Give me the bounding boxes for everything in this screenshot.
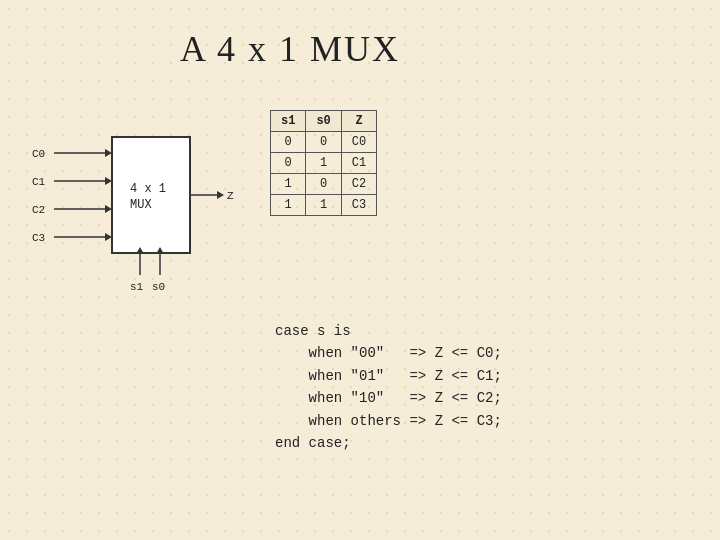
table-row: 11C3 [271,195,377,216]
table-row: 10C2 [271,174,377,195]
table-cell: 0 [306,132,341,153]
code-block: case s is when "00" => Z <= C0; when "01… [275,320,502,454]
table-cell: 0 [306,174,341,195]
table-cell: 0 [271,153,306,174]
table-cell: C3 [341,195,376,216]
table-cell: 1 [306,195,341,216]
table-cell: C2 [341,174,376,195]
svg-text:C1: C1 [32,176,46,188]
table-cell: C0 [341,132,376,153]
svg-text:C0: C0 [32,148,45,160]
table-row: 01C1 [271,153,377,174]
table-cell: C1 [341,153,376,174]
truth-table: s1 s0 Z 00C001C110C211C3 [270,110,377,216]
col-header-s0: s0 [306,111,341,132]
col-header-z: Z [341,111,376,132]
svg-text:C3: C3 [32,232,45,244]
table-cell: 1 [306,153,341,174]
col-header-s1: s1 [271,111,306,132]
mux-diagram: C0 C1 C2 C3 4 x 1 MUX Z s1 s0 [30,105,270,305]
svg-marker-5 [105,177,112,185]
svg-marker-16 [217,191,224,199]
svg-marker-11 [105,233,112,241]
svg-text:s0: s0 [152,281,165,293]
svg-text:C2: C2 [32,204,45,216]
page-title: A 4 x 1 MUX [180,28,400,70]
svg-marker-2 [105,149,112,157]
svg-text:MUX: MUX [130,198,152,212]
svg-marker-8 [105,205,112,213]
table-row: 00C0 [271,132,377,153]
svg-text:4 x 1: 4 x 1 [130,182,166,196]
table-cell: 0 [271,132,306,153]
svg-text:Z: Z [227,190,234,202]
svg-text:s1: s1 [130,281,144,293]
table-cell: 1 [271,174,306,195]
table-cell: 1 [271,195,306,216]
